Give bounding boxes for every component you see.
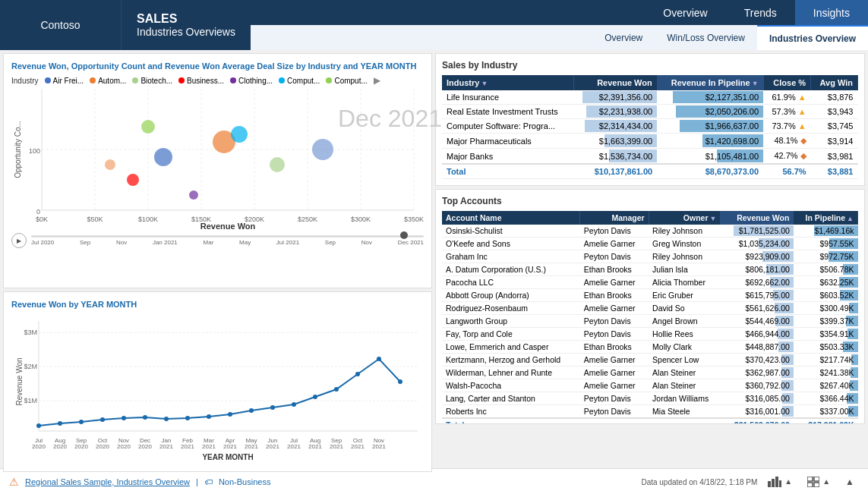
close-pct: 48.1% ◆	[763, 134, 811, 149]
avg-win: $3,876	[811, 90, 858, 105]
svg-point-30	[312, 139, 333, 160]
acc-total-mgr	[580, 418, 649, 424]
svg-text:$2M: $2M	[24, 363, 37, 370]
in-pipeline: $2,127,351.00	[657, 90, 763, 105]
total-close: 56.7%	[763, 164, 811, 179]
play-button[interactable]: ▶	[11, 233, 27, 248]
account-row: Wilderman, Lehner and Runte Amelie Garne…	[442, 367, 858, 379]
svg-text:Opportunity Co...: Opportunity Co...	[14, 121, 22, 178]
account-manager: Ethan Brooks	[580, 263, 649, 276]
layout-icon	[807, 477, 819, 487]
svg-point-41	[36, 423, 41, 428]
account-manager: Peyton Davis	[580, 405, 649, 419]
sub-tab-overview[interactable]: Overview	[592, 25, 655, 50]
expand-button[interactable]: ▲	[841, 475, 859, 489]
svg-point-56	[355, 372, 360, 376]
chart-legend: Industry Air Frei... Autom... Biotech...…	[11, 75, 424, 86]
account-row: Lowe, Emmerich and Casper Ethan Brooks M…	[442, 341, 858, 354]
svg-text:2020: 2020	[117, 443, 131, 450]
account-revenue: $692,662.00	[721, 276, 794, 289]
top-accounts-table: Account Name Manager Owner▼ Revenue Won …	[442, 211, 858, 424]
legend-item-0: Air Frei...	[45, 77, 84, 85]
industry-total-row: Total $10,137,861.00 $8,670,373.00 56.7%…	[442, 164, 858, 179]
legend-dot-3	[178, 77, 185, 83]
footer-link[interactable]: Regional Sales Sample, Industries Overvi…	[25, 477, 190, 486]
account-row: Fay, Torp and Cole Peyton Davis Hollie R…	[442, 328, 858, 341]
header-nav: Overview Trends Insights Overview Win/Lo…	[251, 0, 868, 50]
total-revenue: $10,137,861.00	[574, 164, 657, 179]
main-content: Revenue Won, Opportunity Count and Reven…	[0, 50, 868, 468]
account-owner: David So	[649, 302, 721, 315]
account-pipeline: $503.33K	[794, 341, 858, 354]
col-close-pct: Close %	[763, 75, 811, 90]
svg-text:$100K: $100K	[138, 216, 158, 223]
tab-overview[interactable]: Overview	[645, 0, 725, 25]
account-revenue: $923,909.00	[721, 250, 794, 263]
account-pipeline: $300.49K	[794, 302, 858, 315]
svg-text:2021: 2021	[351, 443, 365, 450]
account-name: Graham Inc	[442, 250, 580, 263]
account-row: O'Keefe and Sons Amelie Garner Greg Wins…	[442, 238, 858, 250]
account-owner: Riley Johnson	[649, 225, 721, 238]
tab-insights[interactable]: Insights	[795, 0, 868, 25]
svg-text:$1M: $1M	[24, 397, 37, 404]
account-name: Kertzmann, Herzog and Gerhold	[442, 354, 580, 367]
svg-text:Revenue Won: Revenue Won	[15, 357, 24, 405]
svg-point-53	[292, 402, 296, 407]
sub-tab-industries[interactable]: Industries Overview	[757, 25, 868, 50]
in-pipeline: $2,050,206.00	[657, 105, 763, 119]
legend-industry-label: Industry	[11, 77, 39, 85]
account-row: Langworth Group Peyton Davis Angel Brown…	[442, 315, 858, 328]
svg-point-23	[154, 148, 172, 166]
svg-text:2020: 2020	[53, 443, 67, 450]
line-chart-panel: Revenue Won by YEAR MONTH $3M $2M $1M Re…	[3, 291, 432, 472]
layout-button[interactable]: ▲	[803, 475, 835, 489]
right-panel: Sales by Industry Industry▼ Revenue Won …	[435, 53, 865, 465]
footer-separator: |	[196, 477, 198, 486]
in-pipeline: $1,420,698.00	[657, 134, 763, 149]
svg-text:2021: 2021	[159, 443, 173, 450]
scatter-plot-container: Opportunity Co... 0 100 $0K $50K $100K $…	[11, 89, 424, 231]
account-revenue: $316,085.00	[721, 392, 794, 405]
legend-dot-1	[90, 77, 96, 83]
in-pipeline: $1,105,481.00	[657, 149, 763, 165]
legend-dot-5	[279, 77, 285, 83]
account-row: Pacocha LLC Amelie Garner Alicia Thomber…	[442, 276, 858, 289]
legend-item-5: Comput...	[279, 77, 320, 85]
top-accounts-title: Top Accounts	[442, 196, 858, 206]
svg-text:2020: 2020	[32, 443, 46, 450]
acc-total-own	[649, 418, 721, 424]
account-owner: Hollie Rees	[649, 328, 721, 341]
header-title: SALES Industries Overviews	[122, 0, 251, 50]
svg-text:0: 0	[36, 208, 40, 216]
timeline-handle[interactable]	[400, 231, 408, 239]
timeline-track[interactable]: Jul 2020SepNovJan 2021MarMayJul 2021SepN…	[31, 235, 424, 246]
svg-point-48	[185, 416, 190, 420]
svg-text:Dec 2021: Dec 2021	[338, 105, 442, 132]
tab-trends[interactable]: Trends	[726, 0, 795, 25]
sales-by-industry-table: Industry▼ Revenue Won Revenue In Pipelin…	[442, 75, 858, 179]
chart-view-button[interactable]: ▲	[763, 475, 797, 489]
account-pipeline: $267.40K	[794, 379, 858, 392]
legend-dot-2	[132, 77, 138, 83]
account-row: Roberts Inc Peyton Davis Mia Steele $316…	[442, 405, 858, 419]
account-revenue: $360,792.00	[721, 379, 794, 392]
nav-top-tabs: Overview Trends Insights	[251, 0, 868, 25]
svg-rect-100	[807, 483, 813, 487]
account-manager: Peyton Davis	[580, 328, 649, 341]
footer-tag-icon: 🏷	[204, 477, 213, 486]
account-revenue: $448,887.00	[721, 341, 794, 354]
account-name: Wilderman, Lehner and Runte	[442, 367, 580, 379]
svg-text:$0K: $0K	[36, 216, 48, 223]
industry-name: Major Banks	[442, 149, 574, 165]
legend-more-icon[interactable]: ▶	[374, 75, 380, 86]
col-manager: Manager	[580, 211, 649, 225]
account-pipeline: $217.74K	[794, 354, 858, 367]
account-revenue: $316,001.00	[721, 405, 794, 419]
sub-tab-winloss[interactable]: Win/Loss Overview	[655, 25, 757, 50]
account-row: Kertzmann, Herzog and Gerhold Amelie Gar…	[442, 354, 858, 367]
account-pipeline: $632.25K	[794, 276, 858, 289]
svg-rect-99	[814, 477, 819, 481]
account-manager: Peyton Davis	[580, 315, 649, 328]
bar-chart-icon	[768, 477, 781, 487]
